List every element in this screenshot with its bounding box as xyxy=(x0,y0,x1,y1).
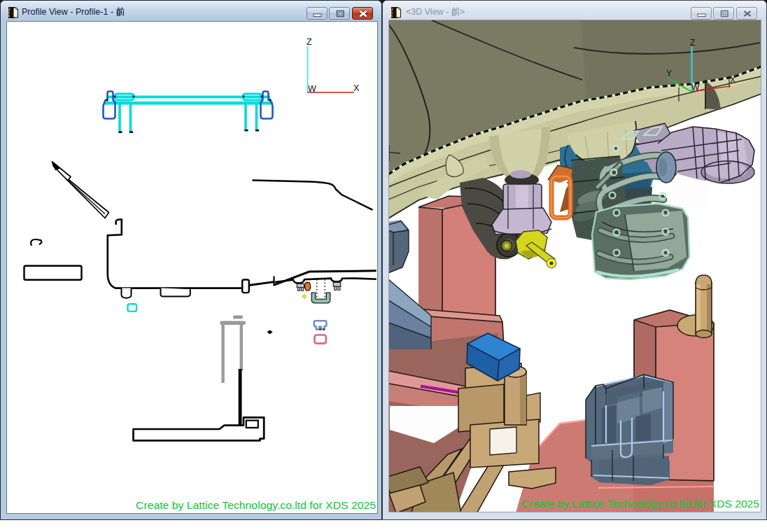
svg-text:XVL: XVL xyxy=(391,7,393,17)
svg-text:Z: Z xyxy=(690,38,695,48)
svg-text:Create by Lattice Technology.c: Create by Lattice Technology.co.ltd for … xyxy=(521,498,759,510)
svg-text:X: X xyxy=(730,75,736,85)
svg-text:Z: Z xyxy=(307,37,312,47)
svg-text:X: X xyxy=(353,83,360,93)
svg-text:Y: Y xyxy=(666,69,672,78)
svg-text:XVL: XVL xyxy=(8,7,10,17)
svg-text:Create by Lattice Technology.c: Create by Lattice Technology.co.ltd for … xyxy=(136,500,376,511)
svg-text:W: W xyxy=(691,83,700,92)
